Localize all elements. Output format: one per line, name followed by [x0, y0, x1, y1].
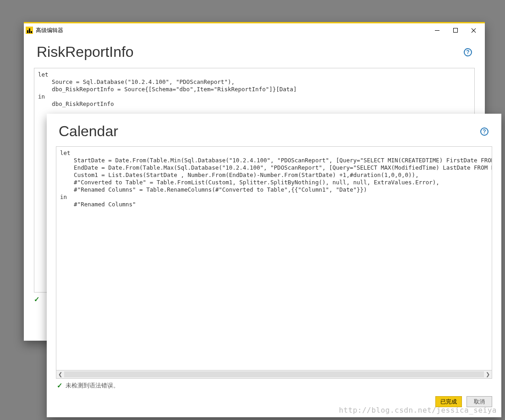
code-text: let StartDate = Date.From(Table.Min(Sql.… — [60, 149, 492, 208]
window-controls — [428, 24, 483, 37]
check-icon: ✓ — [57, 381, 63, 390]
help-icon[interactable]: ? — [480, 127, 489, 136]
close-button[interactable] — [465, 24, 483, 37]
watermark: http://blog.csdn.net/jessica_seiya — [339, 406, 497, 414]
maximize-button[interactable] — [446, 24, 465, 37]
advanced-editor-window-front: Calendar ? let StartDate = Date.From(Tab… — [47, 114, 501, 417]
help-icon[interactable]: ? — [464, 48, 472, 56]
window-title: 高级编辑器 — [36, 27, 63, 34]
header-row: Calendar ? — [47, 114, 501, 143]
titlebar[interactable]: 高级编辑器 — [24, 23, 485, 37]
scroll-track[interactable] — [64, 371, 484, 377]
status-bar: ✓ 未检测到语法错误。 — [47, 379, 501, 392]
header-row: RiskReportInfo ? — [24, 37, 485, 63]
dialog-buttons: 已完成 取消 — [47, 392, 501, 407]
code-editor[interactable]: let StartDate = Date.From(Table.Min(Sql.… — [56, 146, 492, 370]
query-title: Calendar — [59, 123, 118, 140]
status-text: 未检测到语法错误。 — [66, 381, 119, 390]
horizontal-scrollbar[interactable]: ❮ ❯ — [56, 370, 492, 379]
scroll-right-icon[interactable]: ❯ — [486, 371, 490, 377]
minimize-button[interactable] — [428, 24, 446, 37]
app-icon — [26, 27, 33, 34]
query-title: RiskReportInfo — [37, 44, 134, 61]
scroll-left-icon[interactable]: ❮ — [58, 371, 62, 377]
check-icon: ✓ — [34, 295, 40, 304]
code-text: let Source = Sql.Database("10.2.4.100", … — [38, 71, 296, 107]
